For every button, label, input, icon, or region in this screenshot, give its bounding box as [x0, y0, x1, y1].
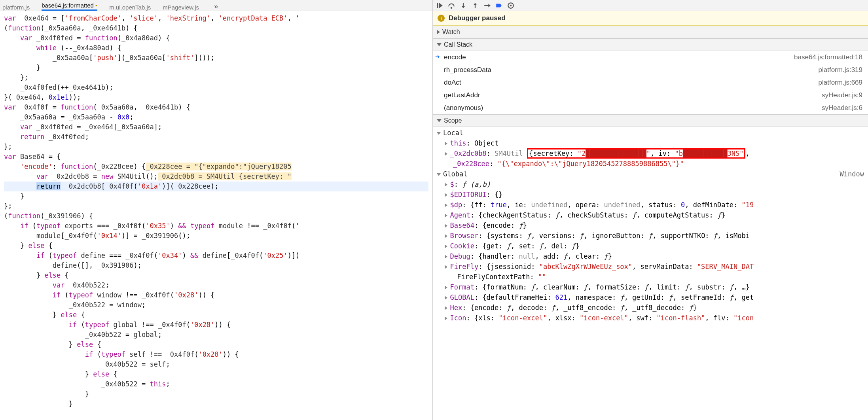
- info-icon: i: [438, 15, 445, 22]
- code-line[interactable]: return _0x2dc0b8[_0x4f0f('0x1a')](_0x228…: [4, 182, 428, 191]
- callstack-list: encodebase64.js:formatted:18rh_processDa…: [433, 51, 868, 114]
- code-line[interactable]: _0x40b522 = this;: [4, 379, 428, 389]
- callstack-label: Call Stack: [444, 41, 472, 48]
- code-line[interactable]: }: [4, 389, 428, 399]
- code-line[interactable]: }: [4, 191, 428, 201]
- code-line[interactable]: return _0x4f0fed;: [4, 132, 428, 142]
- code-line[interactable]: }(_0xe464, 0x1e1));: [4, 93, 428, 102]
- callstack-frame[interactable]: doActplatform.js:669: [433, 76, 868, 89]
- code-line[interactable]: _0x40b522 = global;: [4, 330, 428, 340]
- code-line[interactable]: var _0xe464 = ['fromCharCode', 'slice', …: [4, 13, 428, 23]
- code-line[interactable]: } else {: [4, 340, 428, 350]
- svg-marker-6: [474, 3, 477, 5]
- step-over-icon[interactable]: [448, 2, 455, 9]
- highlighted-secret: {secretKey: "2███████████████", iv: "b██…: [527, 148, 745, 159]
- code-line[interactable]: var _0x40b522;: [4, 280, 428, 290]
- callstack-frame[interactable]: encodebase64.js:formatted:18: [433, 51, 868, 64]
- tab-platform[interactable]: platform.js: [2, 4, 30, 11]
- svg-marker-1: [439, 3, 443, 8]
- scope-label: Scope: [444, 117, 462, 124]
- code-line[interactable]: module[_0x4f0f('0x14')] = _0x391906();: [4, 231, 428, 241]
- callstack-frame[interactable]: (anonymous)syHeader.js:6: [433, 102, 868, 114]
- banner-text: Debugger paused: [449, 14, 506, 22]
- scope-global-var[interactable]: Base64: {encode: ƒ}: [437, 220, 864, 231]
- code-line[interactable]: _0x5aa60a = _0x5aa60a - 0x0;: [4, 112, 428, 122]
- scope-global-header[interactable]: GlobalWindow: [437, 169, 864, 179]
- scope-global-var[interactable]: GLOBAL: {defaultFrameHei: 621, namespace…: [437, 292, 864, 303]
- svg-marker-8: [488, 4, 491, 7]
- deactivate-bp-icon[interactable]: [495, 2, 502, 9]
- svg-marker-4: [462, 6, 465, 8]
- code-line[interactable]: if (typeof exports === _0x4f0f('0x35') &…: [4, 221, 428, 231]
- scope-global-var[interactable]: Hex: {encode: ƒ, decode: ƒ, _utf8_encode…: [437, 303, 864, 313]
- pause-on-exception-icon[interactable]: [507, 2, 514, 9]
- debug-toolbar: [433, 0, 868, 11]
- scope-global-var[interactable]: Icon: {xls: "icon-excel", xlsx: "icon-ex…: [437, 313, 864, 323]
- debugger-panel: i Debugger paused Watch Call Stack encod…: [433, 0, 868, 420]
- code-editor[interactable]: var _0xe464 = ['fromCharCode', 'slice', …: [0, 11, 432, 411]
- scope-var-0x2dc0b8[interactable]: _0x2dc0b8: SM4Util {secretKey: "2███████…: [437, 148, 864, 159]
- resume-icon[interactable]: [436, 2, 443, 9]
- code-line[interactable]: (function(_0x5aa60a, _0xe4641b) {: [4, 23, 428, 33]
- scope-global-var[interactable]: $EDITORUI: {}: [437, 189, 864, 200]
- tabs-overflow-icon[interactable]: »: [211, 2, 221, 11]
- code-line[interactable]: if (typeof global !== _0x4f0f('0x28')) {: [4, 320, 428, 330]
- code-line[interactable]: if (typeof define === _0x4f0f('0x34') &&…: [4, 251, 428, 261]
- code-line[interactable]: if (typeof self !== _0x4f0f('0x28')) {: [4, 350, 428, 359]
- scope-global-var[interactable]: Agent: {checkAgentStatus: ƒ, checkSubSta…: [437, 210, 864, 220]
- code-line[interactable]: var _0x4f0fed = function(_0x4a80ad) {: [4, 33, 428, 43]
- scope-global-var[interactable]: Format: {formatNum: ƒ, clearNum: ƒ, form…: [437, 282, 864, 292]
- scope-var-0x228cee[interactable]: _0x228cee: "{\"expando\":\"jQuery1820545…: [437, 159, 864, 169]
- step-out-icon[interactable]: [472, 2, 479, 9]
- code-line[interactable]: 'encode': function(_0x228cee) {_0x228cee…: [4, 162, 428, 172]
- callstack-frame[interactable]: rh_processDataplatform.js:319: [433, 64, 868, 76]
- scope-local: Local this: Object _0x2dc0b8: SM4Util {s…: [433, 127, 868, 324]
- chevron-down-icon: [437, 43, 442, 46]
- scope-global-var[interactable]: $dp: {ff: true, ie: undefined, opera: un…: [437, 200, 864, 210]
- source-panel: platform.js base64.js:formatted m.ui.ope…: [0, 0, 433, 420]
- code-line[interactable]: } else {: [4, 241, 428, 251]
- step-icon[interactable]: [483, 2, 491, 9]
- code-line[interactable]: };: [4, 201, 428, 211]
- scope-local-header[interactable]: Local: [437, 128, 864, 138]
- code-line[interactable]: _0x4f0fed(++_0xe4641b);: [4, 83, 428, 93]
- code-line[interactable]: };: [4, 142, 428, 152]
- code-line[interactable]: _0x40b522 = self;: [4, 359, 428, 369]
- callstack-frame[interactable]: getLastAddrsyHeader.js:9: [433, 89, 868, 102]
- scope-global-var[interactable]: FireFly: {jsessionid: "abcKlwZgXrWJWeEUz…: [437, 261, 864, 272]
- svg-rect-0: [437, 3, 438, 8]
- scope-global-var[interactable]: Browser: {systems: ƒ, versions: ƒ, ignor…: [437, 231, 864, 241]
- scope-section-header[interactable]: Scope: [433, 114, 868, 127]
- code-line[interactable]: (function(_0x391906) {: [4, 211, 428, 221]
- code-line[interactable]: var Base64 = {: [4, 152, 428, 162]
- callstack-section-header[interactable]: Call Stack: [433, 38, 868, 51]
- scope-global-var[interactable]: FireFlyContextPath: "": [437, 272, 864, 282]
- code-line[interactable]: } else {: [4, 271, 428, 280]
- watch-label: Watch: [442, 28, 460, 36]
- code-line[interactable]: var _0x4f0f = function(_0x5aa60a, _0xe46…: [4, 102, 428, 112]
- scope-var-this[interactable]: this: Object: [437, 138, 864, 148]
- svg-point-2: [451, 7, 453, 9]
- svg-point-10: [510, 4, 512, 6]
- code-line[interactable]: var _0x4f0fed = _0xe464[_0x5aa60a];: [4, 122, 428, 132]
- code-line[interactable]: } else {: [4, 369, 428, 379]
- code-line[interactable]: var _0x2dc0b8 = new SM4Util();_0x2dc0b8 …: [4, 172, 428, 182]
- code-line[interactable]: };: [4, 73, 428, 83]
- code-line[interactable]: }: [4, 63, 428, 73]
- tab-pageview[interactable]: mPageview.js: [163, 4, 199, 11]
- tab-opentab[interactable]: m.ui.openTab.js: [109, 4, 151, 11]
- code-line[interactable]: if (typeof window !== _0x4f0f('0x28')) {: [4, 290, 428, 300]
- chevron-down-icon: [437, 119, 442, 122]
- code-line[interactable]: while (--_0x4a80ad) {: [4, 43, 428, 53]
- code-line[interactable]: define([], _0x391906);: [4, 261, 428, 271]
- watch-section-header[interactable]: Watch: [433, 26, 868, 38]
- tab-base64[interactable]: base64.js:formatted: [42, 2, 97, 11]
- code-line[interactable]: } else {: [4, 310, 428, 320]
- code-line[interactable]: _0x40b522 = window;: [4, 300, 428, 310]
- code-line[interactable]: }: [4, 399, 428, 409]
- scope-global-var[interactable]: $: ƒ (a,b): [437, 179, 864, 189]
- step-into-icon[interactable]: [460, 2, 467, 9]
- scope-global-var[interactable]: Debug: {handler: null, add: ƒ, clear: ƒ}: [437, 251, 864, 261]
- scope-global-var[interactable]: Cookie: {get: ƒ, set: ƒ, del: ƒ}: [437, 241, 864, 251]
- code-line[interactable]: _0x5aa60a['push'](_0x5aa60a['shift']());: [4, 53, 428, 63]
